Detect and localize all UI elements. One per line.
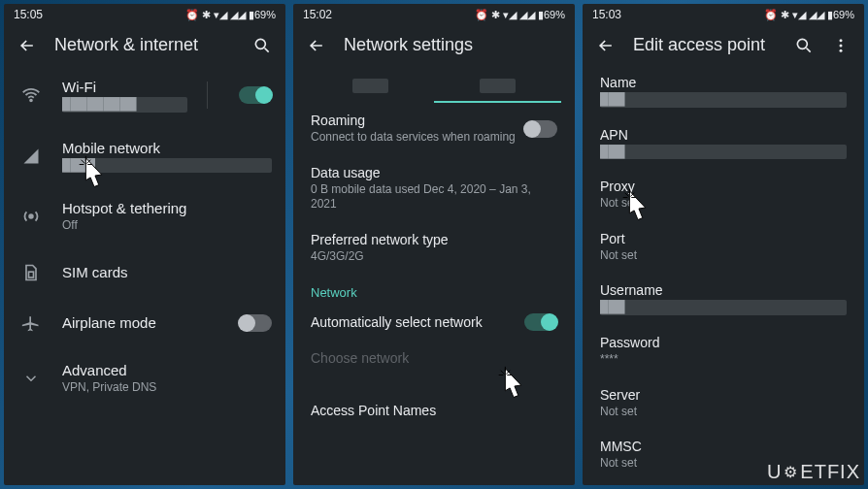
- screen-edit-apn: 15:03 ⏰ ✱ ▾◢ ◢◢ ▮69% Edit access point N…: [583, 4, 864, 485]
- status-icons: ⏰ ✱ ▾◢ ◢◢ ▮69%: [764, 9, 854, 21]
- svg-point-0: [255, 39, 265, 49]
- roaming-item[interactable]: Roaming Connect to data services when ro…: [293, 103, 575, 155]
- field-value: ███: [600, 92, 847, 108]
- divider: [207, 82, 208, 109]
- watermark: U⚙ETFIX: [767, 461, 860, 483]
- network-section-header: Network: [293, 274, 575, 304]
- data-usage-item[interactable]: Data usage 0 B mobile data used Dec 4, 2…: [293, 155, 575, 222]
- field-label: Proxy: [600, 179, 847, 194]
- wifi-icon: [19, 83, 43, 107]
- back-icon[interactable]: [596, 36, 616, 55]
- hotspot-sub: Off: [62, 218, 272, 234]
- field-value: Not set: [600, 196, 847, 212]
- search-icon[interactable]: [252, 36, 272, 55]
- back-icon[interactable]: [17, 36, 37, 55]
- field-label: Password: [600, 335, 847, 350]
- field-apn[interactable]: APN ███: [583, 117, 864, 170]
- field-value: Not set: [600, 248, 847, 264]
- auto-select-network-item[interactable]: Automatically select network: [293, 304, 575, 341]
- gear-icon: ⚙: [784, 463, 798, 481]
- screen-network-internet: 15:05 ⏰ ✱ ▾◢ ◢◢ ▮69% Network & internet …: [4, 4, 285, 485]
- status-bar: 15:03 ⏰ ✱ ▾◢ ◢◢ ▮69%: [583, 4, 864, 25]
- page-title: Network & internet: [54, 35, 235, 55]
- data-usage-label: Data usage: [311, 165, 557, 180]
- settings-list: Roaming Connect to data services when ro…: [293, 103, 575, 485]
- mobile-network-item[interactable]: Mobile network ████: [4, 126, 285, 187]
- apn-item[interactable]: Access Point Names: [293, 393, 575, 428]
- status-icons: ⏰ ✱ ▾◢ ◢◢ ▮69%: [475, 9, 565, 21]
- svg-point-2: [29, 215, 33, 219]
- preferred-network-item[interactable]: Preferred network type 4G/3G/2G: [293, 222, 575, 275]
- roaming-toggle[interactable]: [524, 120, 557, 138]
- sim-icon: [19, 261, 43, 284]
- airplane-item[interactable]: Airplane mode: [4, 298, 285, 348]
- field-name[interactable]: Name ███: [583, 65, 864, 117]
- preferred-network-label: Preferred network type: [311, 232, 557, 247]
- more-icon[interactable]: [831, 36, 851, 55]
- screen-network-settings: 15:02 ⏰ ✱ ▾◢ ◢◢ ▮69% Network settings ██…: [293, 4, 575, 485]
- svg-point-6: [840, 44, 843, 47]
- page-title: Edit access point: [633, 35, 777, 55]
- auto-select-label: Automatically select network: [311, 314, 524, 330]
- wifi-sub: █████████: [62, 97, 187, 113]
- field-label: Username: [600, 282, 847, 298]
- svg-point-1: [30, 100, 32, 102]
- advanced-sub: VPN, Private DNS: [62, 380, 272, 396]
- back-icon[interactable]: [307, 36, 326, 55]
- advanced-item[interactable]: Advanced VPN, Private DNS: [4, 348, 285, 409]
- field-port[interactable]: Port Not set: [583, 221, 864, 274]
- app-bar: Edit access point: [583, 25, 864, 65]
- field-label: Name: [600, 75, 847, 90]
- hotspot-label: Hotspot & tethering: [62, 200, 272, 216]
- settings-list: Wi-Fi █████████ Mobile network ████ Hots…: [4, 65, 285, 485]
- sim-cards-item[interactable]: SIM cards: [4, 247, 285, 298]
- svg-point-4: [797, 39, 807, 49]
- field-value: ███: [600, 145, 847, 160]
- status-time: 15:02: [303, 8, 332, 21]
- chevron-down-icon: [19, 367, 43, 390]
- field-label: MMSC: [600, 439, 847, 454]
- advanced-label: Advanced: [62, 362, 272, 378]
- wifi-label: Wi-Fi: [62, 79, 187, 95]
- mobile-network-label: Mobile network: [62, 140, 272, 156]
- choose-network-item: Choose network: [293, 341, 575, 375]
- app-bar: Network & internet: [4, 25, 285, 65]
- signal-icon: [19, 145, 43, 168]
- app-bar: Network settings: [293, 25, 575, 65]
- field-password[interactable]: Password ****: [583, 325, 864, 377]
- sim-tabs: ████ ████: [307, 69, 561, 103]
- hotspot-item[interactable]: Hotspot & tethering Off: [4, 186, 285, 247]
- field-server[interactable]: Server Not set: [583, 377, 864, 430]
- apn-label: Access Point Names: [311, 403, 557, 418]
- field-label: Port: [600, 231, 847, 246]
- field-value: Not set: [600, 405, 847, 420]
- airplane-icon: [19, 311, 43, 335]
- tab-sim1[interactable]: ████: [307, 69, 434, 103]
- wifi-toggle[interactable]: [239, 86, 272, 104]
- roaming-label: Roaming: [311, 113, 524, 128]
- data-usage-sub: 0 B mobile data used Dec 4, 2020 – Jan 3…: [311, 182, 557, 212]
- search-icon[interactable]: [794, 36, 814, 55]
- svg-rect-3: [29, 272, 34, 277]
- roaming-sub: Connect to data services when roaming: [311, 130, 524, 146]
- apn-fields: Name ███ APN ███ Proxy Not set Port Not …: [583, 65, 864, 485]
- svg-point-5: [840, 39, 843, 42]
- wifi-item[interactable]: Wi-Fi █████████: [4, 65, 285, 126]
- tab-sim2[interactable]: ████: [434, 69, 561, 103]
- airplane-label: Airplane mode: [62, 314, 219, 331]
- status-icons: ⏰ ✱ ▾◢ ◢◢ ▮69%: [185, 9, 276, 21]
- status-bar: 15:02 ⏰ ✱ ▾◢ ◢◢ ▮69%: [293, 4, 575, 25]
- auto-select-toggle[interactable]: [524, 313, 557, 331]
- sim-label: SIM cards: [62, 264, 272, 280]
- field-proxy[interactable]: Proxy Not set: [583, 169, 864, 221]
- page-title: Network settings: [344, 35, 561, 55]
- field-username[interactable]: Username ███: [583, 273, 864, 325]
- hotspot-icon: [19, 205, 43, 228]
- choose-network-label: Choose network: [311, 350, 557, 366]
- field-value: ███: [600, 300, 847, 315]
- preferred-network-sub: 4G/3G/2G: [311, 249, 557, 265]
- field-label: Server: [600, 387, 847, 403]
- airplane-toggle[interactable]: [239, 314, 272, 332]
- field-value: ****: [600, 352, 847, 368]
- status-time: 15:05: [14, 8, 43, 21]
